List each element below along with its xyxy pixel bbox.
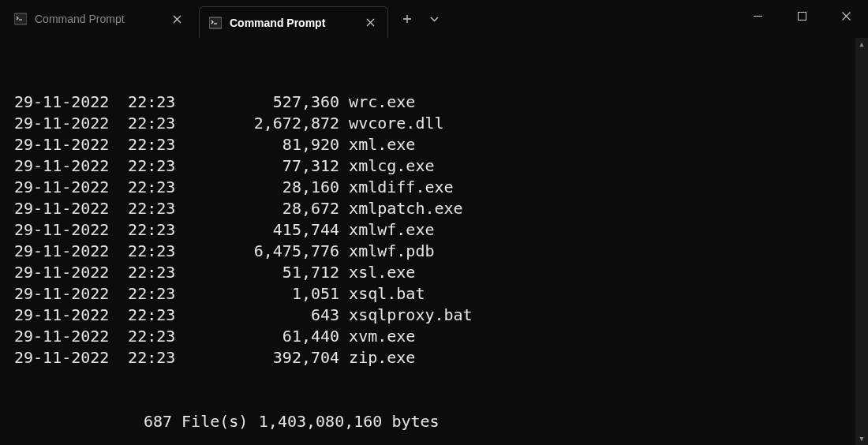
minimize-button[interactable] (735, 0, 780, 32)
terminal-icon (14, 13, 27, 25)
scroll-up-button[interactable]: ▲ (855, 38, 868, 50)
tab-dropdown-button[interactable] (421, 5, 447, 33)
terminal-icon (209, 17, 222, 29)
tabs-container: Command Prompt Command Prompt (0, 0, 447, 38)
close-icon[interactable] (362, 15, 378, 31)
list-item: 29-11-2022 22:2361,440xvm.exe (14, 326, 844, 347)
svg-rect-2 (209, 17, 222, 28)
list-item: 29-11-2022 22:231,051xsql.bat (14, 283, 844, 305)
new-tab-button[interactable] (393, 5, 421, 33)
list-item: 29-11-2022 22:236,475,776xmlwf.pdb (14, 241, 844, 262)
scrollbar[interactable]: ▲ ▼ (855, 38, 868, 445)
terminal-output[interactable]: 29-11-2022 22:23527,360wrc.exe29-11-2022… (0, 38, 855, 445)
list-item: 29-11-2022 22:23415,744xmlwf.exe (14, 219, 844, 241)
titlebar: Command Prompt Command Prompt (0, 0, 868, 38)
files-summary: 687 File(s)1,403,080,160 bytes (14, 411, 844, 432)
window-controls (735, 0, 868, 38)
tab-label: Command Prompt (35, 13, 161, 25)
close-window-button[interactable] (824, 0, 868, 32)
close-icon[interactable] (169, 11, 185, 27)
list-item: 29-11-2022 22:2377,312xmlcg.exe (14, 155, 844, 177)
tab-command-prompt-2[interactable]: Command Prompt (199, 6, 388, 38)
svg-rect-0 (14, 13, 27, 24)
maximize-button[interactable] (780, 0, 824, 32)
list-item: 29-11-2022 22:2351,712xsl.exe (14, 262, 844, 283)
list-item: 29-11-2022 22:23643xsqlproxy.bat (14, 305, 844, 326)
list-item: 29-11-2022 22:23527,360wrc.exe (14, 92, 844, 113)
list-item: 29-11-2022 22:2328,672xmlpatch.exe (14, 198, 844, 219)
svg-rect-5 (798, 12, 806, 20)
tab-command-prompt-1[interactable]: Command Prompt (5, 5, 194, 33)
tab-label: Command Prompt (230, 17, 354, 29)
list-item: 29-11-2022 22:23392,704zip.exe (14, 347, 844, 368)
list-item: 29-11-2022 22:2381,920xml.exe (14, 134, 844, 155)
list-item: 29-11-2022 22:232,672,872wvcore.dll (14, 113, 844, 134)
list-item: 29-11-2022 22:2328,160xmldiff.exe (14, 177, 844, 198)
scroll-down-button[interactable]: ▼ (855, 432, 868, 445)
